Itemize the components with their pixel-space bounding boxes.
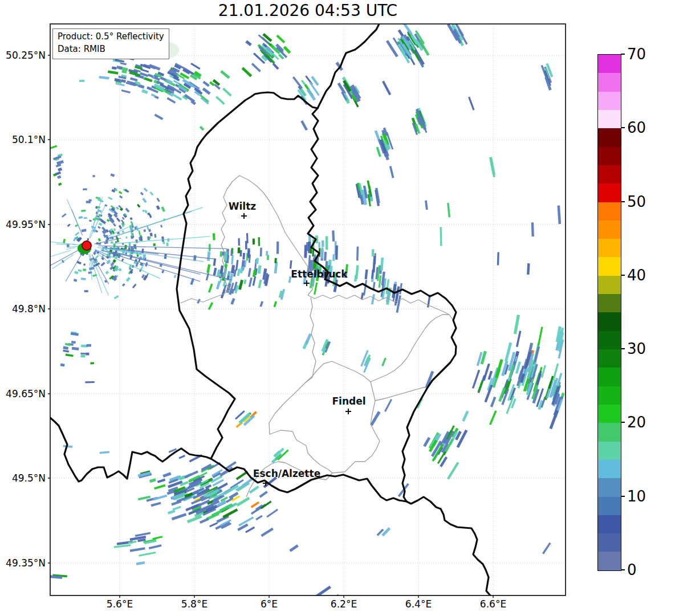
colorbar-tick-mark xyxy=(621,348,625,349)
lat-tick-label: 50.25°N xyxy=(6,50,46,61)
echo-streak xyxy=(105,271,109,275)
echo-streak xyxy=(283,46,291,54)
map-frame xyxy=(48,24,566,598)
echo-streak xyxy=(220,70,230,79)
echo-streak xyxy=(168,510,176,515)
clutter-spoke xyxy=(66,248,75,250)
echo-streak xyxy=(144,210,148,214)
colorbar-tick-label: 50 xyxy=(627,193,646,210)
echo-streak xyxy=(174,275,177,278)
colorbar-segment xyxy=(598,460,621,478)
echo-streak xyxy=(99,222,103,226)
echo-streak xyxy=(305,333,312,344)
echo-streak xyxy=(154,114,164,120)
lat-tick-label: 49.95°N xyxy=(6,219,46,230)
city-label: Ettelbruck xyxy=(291,268,348,280)
echo-streak xyxy=(423,437,430,447)
echo-streak xyxy=(139,552,156,557)
clutter-spoke xyxy=(52,255,74,269)
echo-streak xyxy=(111,241,113,243)
echo-streak xyxy=(72,347,79,350)
echo-streak xyxy=(332,254,335,261)
echo-streak xyxy=(95,255,99,259)
echo-streak xyxy=(447,203,450,218)
graticule-grid xyxy=(50,24,566,595)
colorbar-segment xyxy=(598,257,621,275)
echo-streak xyxy=(274,258,276,263)
echo-streak xyxy=(136,561,145,565)
echo-streak xyxy=(273,63,279,70)
echo-streak xyxy=(230,298,235,305)
echo-streak xyxy=(200,518,209,524)
echo-streak xyxy=(104,242,106,244)
echo-streak xyxy=(79,80,84,82)
reflectivity-echo-layer xyxy=(46,19,564,602)
echo-streak xyxy=(300,120,308,130)
canton-borders xyxy=(180,176,453,497)
echo-streak xyxy=(154,247,156,250)
echo-streak xyxy=(119,191,123,194)
echo-streak xyxy=(149,544,162,549)
echo-streak xyxy=(312,250,314,256)
echo-streak xyxy=(140,192,144,195)
luxembourg-border xyxy=(177,92,456,501)
echo-streak xyxy=(382,81,391,96)
echo-streak xyxy=(113,544,131,548)
colorbar-segment xyxy=(598,533,621,552)
echo-streak xyxy=(242,253,245,260)
echo-streak xyxy=(219,278,222,283)
echo-streak xyxy=(162,242,165,244)
colorbar-tick-mark xyxy=(621,201,625,202)
colorbar-tick-label: 20 xyxy=(627,414,646,431)
echo-streak xyxy=(213,258,217,266)
echo-streak xyxy=(364,270,368,279)
echo-streak xyxy=(235,260,239,271)
france-germany-border xyxy=(406,497,490,595)
echo-streak xyxy=(154,484,165,490)
echo-streak xyxy=(237,268,241,276)
echo-streak xyxy=(71,341,76,344)
echo-streak xyxy=(156,205,160,210)
echo-streak xyxy=(219,251,222,257)
echo-streak xyxy=(376,147,381,157)
lon-tick-label: 6°E xyxy=(261,598,278,610)
echo-streak xyxy=(113,223,116,227)
echo-streak xyxy=(58,182,62,186)
clutter-spoke xyxy=(48,250,79,267)
colorbar-tick-label: 60 xyxy=(627,119,646,136)
colorbar-tick-mark xyxy=(621,127,625,128)
city-label: Esch/Alzette xyxy=(253,468,320,479)
echo-streak xyxy=(447,462,459,479)
lon-tick-label: 6.6°E xyxy=(480,598,506,610)
echo-streak xyxy=(142,198,147,203)
echo-streak xyxy=(160,225,162,227)
plot-title: 21.01.2026 04:53 UTC xyxy=(50,1,566,20)
echo-streak xyxy=(259,301,263,307)
echo-streak xyxy=(78,269,82,272)
echo-streak xyxy=(63,346,68,350)
echo-streak xyxy=(274,262,278,274)
lon-tick-label: 6.2°E xyxy=(331,598,357,610)
colorbar-segment xyxy=(598,423,621,441)
echo-streak xyxy=(258,237,260,246)
echo-streak xyxy=(557,205,561,224)
echo-streak xyxy=(97,226,101,229)
echo-streak xyxy=(207,251,210,261)
colorbar-tick-mark xyxy=(621,54,625,55)
echo-streak xyxy=(63,349,69,352)
echo-streak xyxy=(516,331,522,347)
colorbar-segment xyxy=(598,55,621,73)
echo-streak xyxy=(238,280,243,290)
echo-streak xyxy=(190,63,200,70)
echo-streak xyxy=(372,249,375,256)
echo-streak xyxy=(119,225,122,230)
echo-streak xyxy=(266,251,268,256)
colorbar-segment xyxy=(598,128,621,146)
echo-streak xyxy=(319,242,320,248)
echo-streak xyxy=(130,77,138,81)
echo-streak xyxy=(251,63,261,72)
echo-streak xyxy=(542,542,551,554)
echo-streak xyxy=(531,222,534,236)
colorbar-tick-label: 40 xyxy=(627,267,646,284)
echo-streak xyxy=(80,353,87,355)
